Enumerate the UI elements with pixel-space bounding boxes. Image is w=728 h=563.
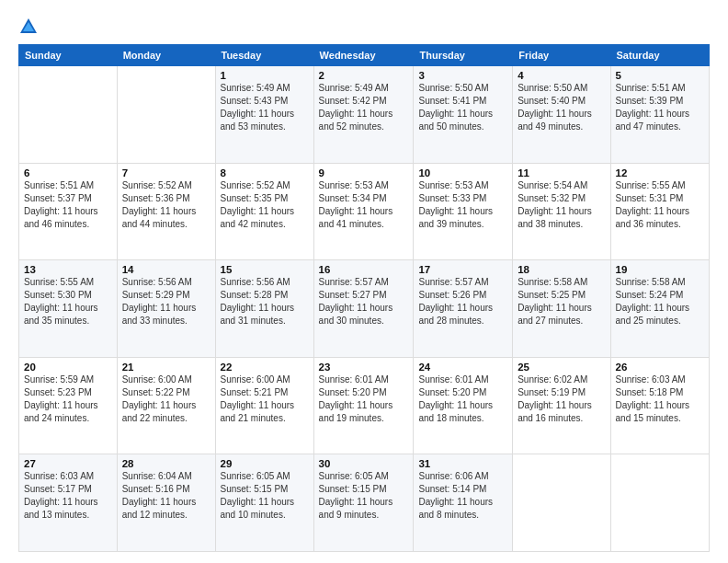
day-number: 23 [319,362,409,373]
day-info: Sunrise: 5:57 AM Sunset: 5:26 PM Dayligh… [418,276,507,327]
day-number: 11 [518,167,605,178]
day-info: Sunrise: 5:51 AM Sunset: 5:37 PM Dayligh… [24,179,112,231]
day-number: 10 [418,167,507,178]
calendar-cell: 12Sunrise: 5:55 AM Sunset: 5:31 PM Dayli… [610,163,709,260]
day-info: Sunrise: 5:55 AM Sunset: 5:30 PM Dayligh… [24,276,112,327]
calendar-cell: 30Sunrise: 6:05 AM Sunset: 5:15 PM Dayli… [313,454,414,552]
calendar-cell: 14Sunrise: 5:56 AM Sunset: 5:29 PM Dayli… [117,260,215,358]
day-number: 20 [24,362,112,373]
calendar-week-row: 13Sunrise: 5:55 AM Sunset: 5:30 PM Dayli… [19,260,710,358]
calendar-cell [117,66,215,164]
day-number: 1 [221,70,309,81]
day-info: Sunrise: 5:58 AM Sunset: 5:24 PM Dayligh… [616,276,704,327]
day-info: Sunrise: 6:00 AM Sunset: 5:21 PM Dayligh… [221,373,309,425]
calendar-header-saturday: Saturday [610,45,709,66]
day-number: 7 [122,167,210,178]
logo [18,17,42,37]
day-info: Sunrise: 5:56 AM Sunset: 5:28 PM Dayligh… [221,276,309,327]
day-info: Sunrise: 5:50 AM Sunset: 5:40 PM Dayligh… [518,82,605,133]
day-info: Sunrise: 5:55 AM Sunset: 5:31 PM Dayligh… [616,179,704,231]
calendar-cell: 16Sunrise: 5:57 AM Sunset: 5:27 PM Dayli… [313,260,414,358]
calendar-cell: 28Sunrise: 6:04 AM Sunset: 5:16 PM Dayli… [117,454,215,552]
calendar-cell: 22Sunrise: 6:00 AM Sunset: 5:21 PM Dayli… [215,357,313,454]
day-number: 8 [221,167,309,178]
day-number: 25 [518,362,605,373]
calendar-cell [610,454,709,552]
day-info: Sunrise: 6:04 AM Sunset: 5:16 PM Dayligh… [122,470,210,522]
calendar-cell: 20Sunrise: 5:59 AM Sunset: 5:23 PM Dayli… [19,357,118,454]
day-number: 26 [616,362,704,373]
day-number: 14 [122,264,210,275]
calendar-cell: 7Sunrise: 5:52 AM Sunset: 5:36 PM Daylig… [117,163,215,260]
day-info: Sunrise: 5:53 AM Sunset: 5:33 PM Dayligh… [418,179,507,231]
day-number: 9 [319,167,409,178]
day-info: Sunrise: 6:00 AM Sunset: 5:22 PM Dayligh… [122,373,210,425]
day-info: Sunrise: 6:05 AM Sunset: 5:15 PM Dayligh… [221,470,309,522]
day-number: 18 [518,264,605,275]
calendar-cell: 26Sunrise: 6:03 AM Sunset: 5:18 PM Dayli… [610,357,709,454]
calendar-cell [19,66,118,164]
calendar-cell: 1Sunrise: 5:49 AM Sunset: 5:43 PM Daylig… [215,66,313,164]
calendar-cell: 17Sunrise: 5:57 AM Sunset: 5:26 PM Dayli… [414,260,513,358]
calendar-header-friday: Friday [513,45,610,66]
calendar-cell [513,454,610,552]
calendar-cell: 27Sunrise: 6:03 AM Sunset: 5:17 PM Dayli… [19,454,118,552]
calendar-table: SundayMondayTuesdayWednesdayThursdayFrid… [18,44,710,552]
calendar-cell: 4Sunrise: 5:50 AM Sunset: 5:40 PM Daylig… [513,66,610,164]
day-info: Sunrise: 5:52 AM Sunset: 5:36 PM Dayligh… [122,179,210,231]
day-info: Sunrise: 6:06 AM Sunset: 5:14 PM Dayligh… [418,470,507,522]
calendar-cell: 18Sunrise: 5:58 AM Sunset: 5:25 PM Dayli… [513,260,610,358]
header [18,17,710,37]
day-info: Sunrise: 6:02 AM Sunset: 5:19 PM Dayligh… [518,373,605,425]
day-number: 21 [122,362,210,373]
day-info: Sunrise: 5:50 AM Sunset: 5:41 PM Dayligh… [418,82,507,133]
day-info: Sunrise: 6:03 AM Sunset: 5:17 PM Dayligh… [24,470,112,522]
calendar-cell: 21Sunrise: 6:00 AM Sunset: 5:22 PM Dayli… [117,357,215,454]
day-number: 5 [616,70,704,81]
calendar-header-sunday: Sunday [19,45,118,66]
calendar-cell: 31Sunrise: 6:06 AM Sunset: 5:14 PM Dayli… [414,454,513,552]
calendar-cell: 3Sunrise: 5:50 AM Sunset: 5:41 PM Daylig… [414,66,513,164]
day-info: Sunrise: 5:51 AM Sunset: 5:39 PM Dayligh… [616,82,704,133]
day-number: 22 [221,362,309,373]
day-number: 30 [319,458,409,469]
calendar-header-monday: Monday [117,45,215,66]
calendar-cell: 15Sunrise: 5:56 AM Sunset: 5:28 PM Dayli… [215,260,313,358]
calendar-cell: 2Sunrise: 5:49 AM Sunset: 5:42 PM Daylig… [313,66,414,164]
day-info: Sunrise: 5:59 AM Sunset: 5:23 PM Dayligh… [24,373,112,425]
day-info: Sunrise: 5:56 AM Sunset: 5:29 PM Dayligh… [122,276,210,327]
day-number: 28 [122,458,210,469]
calendar-header-tuesday: Tuesday [215,45,313,66]
day-number: 29 [221,458,309,469]
calendar-header-wednesday: Wednesday [313,45,414,66]
day-info: Sunrise: 6:05 AM Sunset: 5:15 PM Dayligh… [319,470,409,522]
calendar-cell: 19Sunrise: 5:58 AM Sunset: 5:24 PM Dayli… [610,260,709,358]
day-info: Sunrise: 5:52 AM Sunset: 5:35 PM Dayligh… [221,179,309,231]
day-number: 4 [518,70,605,81]
day-number: 24 [418,362,507,373]
calendar-cell: 6Sunrise: 5:51 AM Sunset: 5:37 PM Daylig… [19,163,118,260]
calendar-header-thursday: Thursday [414,45,513,66]
logo-icon [18,17,39,37]
calendar-cell: 25Sunrise: 6:02 AM Sunset: 5:19 PM Dayli… [513,357,610,454]
calendar-week-row: 27Sunrise: 6:03 AM Sunset: 5:17 PM Dayli… [19,454,710,552]
calendar-cell: 13Sunrise: 5:55 AM Sunset: 5:30 PM Dayli… [19,260,118,358]
day-info: Sunrise: 5:54 AM Sunset: 5:32 PM Dayligh… [518,179,605,231]
calendar-cell: 23Sunrise: 6:01 AM Sunset: 5:20 PM Dayli… [313,357,414,454]
day-info: Sunrise: 5:49 AM Sunset: 5:43 PM Dayligh… [221,82,309,133]
calendar-cell: 8Sunrise: 5:52 AM Sunset: 5:35 PM Daylig… [215,163,313,260]
day-number: 15 [221,264,309,275]
day-info: Sunrise: 5:57 AM Sunset: 5:27 PM Dayligh… [319,276,409,327]
day-info: Sunrise: 5:49 AM Sunset: 5:42 PM Dayligh… [319,82,409,133]
calendar-cell: 9Sunrise: 5:53 AM Sunset: 5:34 PM Daylig… [313,163,414,260]
day-info: Sunrise: 6:01 AM Sunset: 5:20 PM Dayligh… [319,373,409,425]
day-info: Sunrise: 6:03 AM Sunset: 5:18 PM Dayligh… [616,373,704,425]
calendar-cell: 29Sunrise: 6:05 AM Sunset: 5:15 PM Dayli… [215,454,313,552]
day-number: 16 [319,264,409,275]
calendar-cell: 5Sunrise: 5:51 AM Sunset: 5:39 PM Daylig… [610,66,709,164]
calendar-cell: 11Sunrise: 5:54 AM Sunset: 5:32 PM Dayli… [513,163,610,260]
day-number: 3 [418,70,507,81]
day-number: 12 [616,167,704,178]
calendar-week-row: 6Sunrise: 5:51 AM Sunset: 5:37 PM Daylig… [19,163,710,260]
day-number: 17 [418,264,507,275]
